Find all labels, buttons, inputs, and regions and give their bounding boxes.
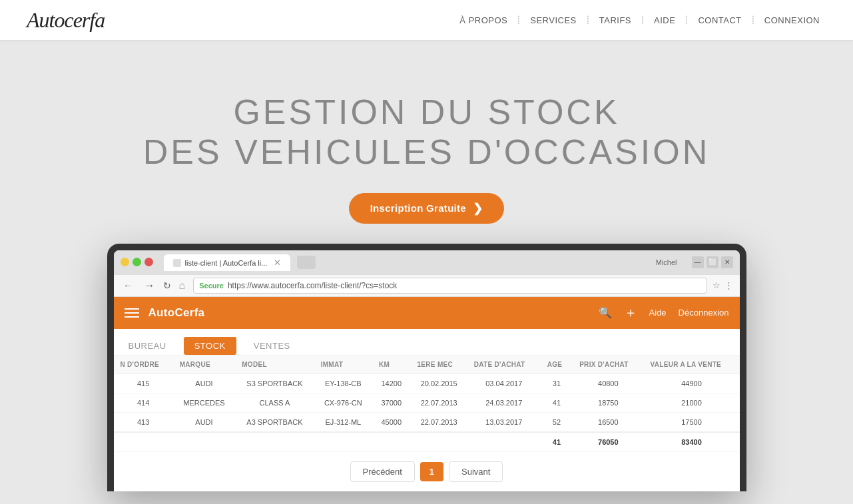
row-2-cell-6: 13.03.2017 <box>467 412 541 432</box>
row-2-cell-9: 17500 <box>644 412 740 432</box>
nav-sep-4: ⁞ <box>685 13 689 27</box>
toolbar-actions: ☆ ⋮ <box>712 280 733 290</box>
row-1-cell-4: 37000 <box>372 393 411 412</box>
home-button[interactable]: ⌂ <box>176 278 188 293</box>
row-2-cell-1: AUDI <box>173 412 236 432</box>
nav-tarifs[interactable]: TARIFS <box>593 13 638 28</box>
minimize-button[interactable] <box>121 258 129 266</box>
new-tab-button[interactable] <box>297 256 316 269</box>
page-number-button[interactable]: 1 <box>420 462 443 481</box>
row-2-cell-5: 22.07.2013 <box>411 412 467 432</box>
next-button[interactable]: Suivant <box>449 461 503 482</box>
hero-title-line1: GESTION DU STOCK <box>13 93 840 131</box>
table-row[interactable]: 415AUDIS3 SPORTBACKEY-138-CB1420020.02.2… <box>114 374 740 393</box>
app-content: BUREAU STOCK VENTES N D'ordre <box>114 329 740 491</box>
browser-tab[interactable]: liste-client | AutoCerfa li... ✕ <box>164 254 291 271</box>
browser-mockup: liste-client | AutoCerfa li... ✕ Michel … <box>107 244 746 491</box>
win-restore-btn[interactable]: ⬜ <box>707 256 718 268</box>
table-header-row: N D'ordre MARQUE MODEL IMMAT KM 1ere MEC… <box>114 356 740 374</box>
row-0-cell-5: 20.02.2015 <box>411 374 467 393</box>
table-row[interactable]: 413AUDIA3 SPORTBACKEJ-312-ML4500022.07.2… <box>114 412 740 432</box>
app-nav-left: AutoCerfa <box>125 306 205 320</box>
row-1-cell-5: 22.07.2013 <box>411 393 467 412</box>
browser-toolbar: ← → ↻ ⌂ Secure https://www.autocerfa.com… <box>114 274 740 297</box>
col-ordre: N D'ordre <box>114 356 173 374</box>
nav-contact[interactable]: CONTACT <box>691 13 748 28</box>
row-2-cell-2: A3 SPORTBACK <box>235 412 314 432</box>
row-0-cell-2: S3 SPORTBACK <box>235 374 314 393</box>
col-mec: 1ere MEC <box>411 356 467 374</box>
bookmark-icon[interactable]: ☆ <box>712 280 720 290</box>
hero-title-line2: DES VEHICULES D'OCCASION <box>13 131 840 172</box>
hero-section: GESTION DU STOCK DES VEHICULES D'OCCASIO… <box>0 40 853 504</box>
table-row[interactable]: 414MERCEDESCLASS ACX-976-CN3700022.07.20… <box>114 393 740 412</box>
row-1-cell-3: CX-976-CN <box>314 393 372 412</box>
nav-sep-1: ⁞ <box>517 13 521 27</box>
tab-favicon-icon <box>173 259 181 267</box>
col-age: Age <box>541 356 573 374</box>
stock-table: N D'ordre MARQUE MODEL IMMAT KM 1ere MEC… <box>114 356 740 452</box>
secure-indicator: Secure <box>199 282 224 290</box>
row-0-cell-0: 415 <box>114 374 173 393</box>
win-minimize-btn[interactable]: — <box>692 256 704 268</box>
row-0-cell-8: 40800 <box>573 374 643 393</box>
row-0-cell-1: AUDI <box>173 374 236 393</box>
col-immat: IMMAT <box>314 356 372 374</box>
col-model: MODEL <box>235 356 314 374</box>
tab-bureau[interactable]: BUREAU <box>127 337 168 355</box>
row-2-cell-3: EJ-312-ML <box>314 412 372 432</box>
app-logo: AutoCerfa <box>148 306 205 320</box>
row-0-cell-3: EY-138-CB <box>314 374 372 393</box>
nav-a-propos[interactable]: À PROPOS <box>453 13 514 28</box>
totals-valeur: 83400 <box>644 432 740 452</box>
nav-sep-5: ⁞ <box>751 13 755 27</box>
browser-inner: AutoCerfa 🔍 ＋ Aide Déconnexion BUREAU <box>114 297 740 491</box>
window-controls <box>121 258 153 266</box>
app-deconnexion-link[interactable]: Déconnexion <box>679 308 729 318</box>
cta-label: Inscription Gratuite <box>370 202 466 214</box>
row-0-cell-9: 44900 <box>644 374 740 393</box>
row-2-cell-0: 413 <box>114 412 173 432</box>
nav-aide[interactable]: AIDE <box>647 13 682 28</box>
nav-services[interactable]: SERVICES <box>523 13 583 28</box>
restore-button[interactable] <box>133 258 141 266</box>
refresh-button[interactable]: ↻ <box>163 280 171 291</box>
tab-ventes[interactable]: VENTES <box>252 337 292 355</box>
tab-close-icon[interactable]: ✕ <box>274 258 281 268</box>
app-aide-link[interactable]: Aide <box>649 308 667 318</box>
browser-topbar: liste-client | AutoCerfa li... ✕ Michel … <box>114 250 740 274</box>
row-0-cell-4: 14200 <box>372 374 411 393</box>
tab-stock[interactable]: STOCK <box>184 337 236 355</box>
col-marque: MARQUE <box>173 356 236 374</box>
nav-connexion[interactable]: CONNEXION <box>758 13 826 28</box>
tab-label: liste-client | AutoCerfa li... <box>185 259 268 267</box>
address-url: https://www.autocerfa.com/liste-client/?… <box>228 281 397 290</box>
row-2-cell-8: 16500 <box>573 412 643 432</box>
app-nav-right: 🔍 ＋ Aide Déconnexion <box>599 304 729 322</box>
col-valeur: Valeur a la vente <box>644 356 740 374</box>
app-add-icon[interactable]: ＋ <box>624 304 637 322</box>
cta-inscription-button[interactable]: Inscription Gratuite ❯ <box>349 193 505 224</box>
col-km: KM <box>372 356 411 374</box>
forward-button[interactable]: → <box>142 278 158 293</box>
totals-age: 41 <box>541 432 573 452</box>
prev-button[interactable]: Précédent <box>350 461 415 482</box>
app-search-icon[interactable]: 🔍 <box>599 306 612 319</box>
settings-icon[interactable]: ⋮ <box>724 280 733 290</box>
close-button[interactable] <box>144 258 153 266</box>
totals-spacer <box>114 432 541 452</box>
user-label: Michel <box>651 257 683 268</box>
site-logo[interactable]: Autocerfa <box>27 8 105 33</box>
row-1-cell-9: 21000 <box>644 393 740 412</box>
back-button[interactable]: ← <box>121 278 137 293</box>
main-navbar: Autocerfa À PROPOS ⁞ SERVICES ⁞ TARIFS ⁞… <box>0 0 853 40</box>
win-close-btn[interactable]: ✕ <box>721 256 733 268</box>
row-0-cell-7: 31 <box>541 374 573 393</box>
hamburger-menu-icon[interactable] <box>125 308 139 318</box>
col-prix: Prix D'achat <box>573 356 643 374</box>
row-1-cell-8: 18750 <box>573 393 643 412</box>
nav-links: À PROPOS ⁞ SERVICES ⁞ TARIFS ⁞ AIDE ⁞ CO… <box>453 13 826 28</box>
table-totals-row: 41 76050 83400 <box>114 432 740 452</box>
address-bar[interactable]: Secure https://www.autocerfa.com/liste-c… <box>193 278 707 294</box>
row-1-cell-1: MERCEDES <box>173 393 236 412</box>
